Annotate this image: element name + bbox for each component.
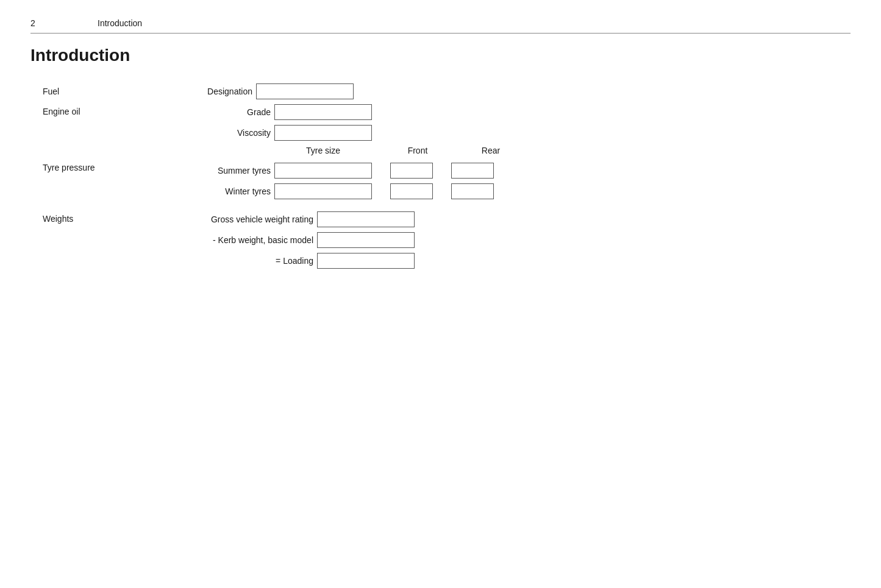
tyre-fields: Tyre size Front Rear Summer tyres Winter… <box>177 146 518 199</box>
grade-row: Grade <box>177 104 372 120</box>
winter-rear-input[interactable] <box>451 183 494 199</box>
engine-oil-section: Engine oil Grade Viscosity <box>43 104 851 141</box>
page-container: 2 Introduction Introduction Fuel Designa… <box>0 0 881 299</box>
loading-label: = Loading <box>177 256 317 266</box>
weights-section-label: Weights <box>43 211 177 224</box>
summer-rear-input[interactable] <box>451 163 494 179</box>
engine-oil-section-label: Engine oil <box>43 104 177 116</box>
summer-tyres-row: Summer tyres <box>177 163 518 179</box>
summer-tyre-size-input[interactable] <box>274 163 372 179</box>
grade-label: Grade <box>177 107 274 117</box>
winter-tyre-size-input[interactable] <box>274 183 372 199</box>
header-title: Introduction <box>98 18 142 28</box>
page-header: 2 Introduction <box>30 18 851 34</box>
engine-oil-fields: Grade Viscosity <box>177 104 372 141</box>
loading-row: = Loading <box>177 253 415 269</box>
tyre-header-row: Tyre size Front Rear <box>177 146 518 155</box>
page-number: 2 <box>30 18 79 28</box>
grade-input[interactable] <box>274 104 372 120</box>
tyre-pressure-label: Tyre pressure <box>43 146 177 172</box>
winter-front-input[interactable] <box>390 183 433 199</box>
gross-vehicle-weight-input[interactable] <box>317 211 415 227</box>
designation-label: Designation <box>177 87 256 96</box>
kerb-weight-label: - Kerb weight, basic model <box>177 235 317 245</box>
content-area: Fuel Designation Engine oil Grade Viscos… <box>30 83 851 269</box>
summer-front-input[interactable] <box>390 163 433 179</box>
weights-section: Weights Gross vehicle weight rating - Ke… <box>43 211 851 269</box>
tyre-pressure-section: Tyre pressure Tyre size Front Rear Summe… <box>43 146 851 199</box>
kerb-weight-row: - Kerb weight, basic model <box>177 232 415 248</box>
viscosity-input[interactable] <box>274 125 372 141</box>
page-title: Introduction <box>30 46 851 65</box>
tyre-size-header: Tyre size <box>274 146 372 155</box>
summer-tyres-label: Summer tyres <box>177 166 274 175</box>
fuel-section-label: Fuel <box>43 87 177 96</box>
weights-fields: Gross vehicle weight rating - Kerb weigh… <box>177 211 415 269</box>
fuel-section: Fuel Designation <box>43 83 851 99</box>
loading-input[interactable] <box>317 253 415 269</box>
winter-tyres-label: Winter tyres <box>177 186 274 196</box>
designation-input[interactable] <box>256 83 354 99</box>
winter-tyres-row: Winter tyres <box>177 183 518 199</box>
gross-vehicle-weight-row: Gross vehicle weight rating <box>177 211 415 227</box>
gross-vehicle-weight-label: Gross vehicle weight rating <box>177 214 317 224</box>
rear-header: Rear <box>463 146 518 155</box>
viscosity-row: Viscosity <box>177 125 372 141</box>
viscosity-label: Viscosity <box>177 128 274 138</box>
kerb-weight-input[interactable] <box>317 232 415 248</box>
front-header: Front <box>390 146 445 155</box>
